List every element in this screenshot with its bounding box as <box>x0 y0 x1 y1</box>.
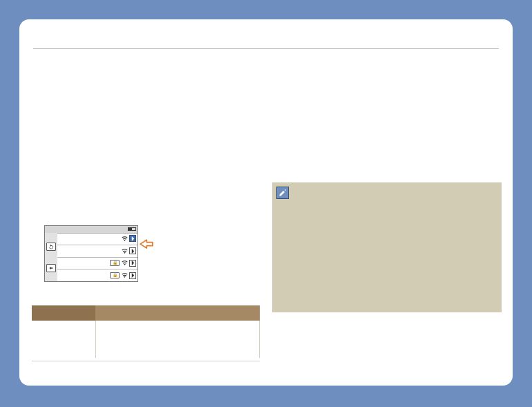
wifi-signal-icon <box>121 236 128 241</box>
note-panel <box>272 182 502 312</box>
chevron-right-icon <box>131 249 135 254</box>
wifi-row-open-button[interactable] <box>129 247 136 254</box>
description-table <box>32 305 260 358</box>
table-header-cell <box>95 305 260 321</box>
back-icon <box>48 265 54 271</box>
wifi-lock-badge: 🔒 <box>110 272 120 278</box>
battery-indicator-icon <box>128 227 136 231</box>
manual-page: 🔒 🔒 <box>19 19 513 386</box>
hand-pointer-icon <box>138 237 158 251</box>
wifi-network-row[interactable] <box>57 233 137 245</box>
wifi-lock-badge: 🔒 <box>110 260 120 266</box>
wifi-network-row[interactable] <box>57 245 137 258</box>
table-bottom-rule <box>32 361 260 361</box>
wifi-network-row[interactable]: 🔒 <box>57 258 137 270</box>
pencil-note-icon <box>276 187 289 199</box>
wifi-network-row[interactable]: 🔒 <box>57 269 137 281</box>
table-header-cell <box>32 305 95 321</box>
wifi-signal-icon <box>121 273 128 278</box>
wifi-row-open-button[interactable] <box>129 235 136 242</box>
table-cell <box>32 321 95 358</box>
wifi-network-list: 🔒 🔒 <box>57 233 137 281</box>
wifi-signal-icon <box>121 261 128 265</box>
wifi-network-selection-panel: 🔒 🔒 <box>44 225 138 282</box>
table-row <box>32 321 260 358</box>
chevron-right-icon <box>131 261 135 265</box>
wifi-signal-icon <box>121 249 128 254</box>
chevron-right-icon <box>131 273 135 278</box>
wifi-row-open-button[interactable] <box>129 272 136 279</box>
wifi-panel-side-buttons <box>45 233 57 281</box>
table-header-row <box>32 305 260 321</box>
chevron-right-icon <box>131 236 135 241</box>
wifi-row-open-button[interactable] <box>129 260 136 267</box>
horizontal-rule <box>33 48 499 49</box>
back-button[interactable] <box>46 264 56 272</box>
wifi-panel-body: 🔒 🔒 <box>45 233 137 281</box>
refresh-icon <box>48 244 54 249</box>
table-cell <box>95 321 260 358</box>
refresh-button[interactable] <box>46 243 56 251</box>
